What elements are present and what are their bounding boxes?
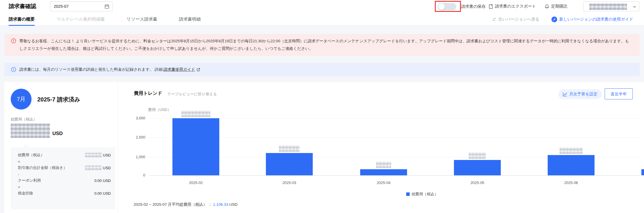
- info-icon: [11, 67, 16, 72]
- gridline: [149, 118, 641, 119]
- info-banner-text: 請求書には、毎月のリソース使用量の詳細と発生した料金が記録されます。 詳細:: [19, 63, 163, 76]
- invoice-summary-pane: 7月 2025-7 請求済み 総費用（税込） USD 総費用（税込） USD =…: [4, 82, 118, 213]
- invoice-guide-link[interactable]: 請求書使用ガイド: [163, 63, 195, 76]
- export-invoice-label: 請求書のエクスポート: [495, 4, 536, 9]
- total-currency: USD: [52, 131, 63, 136]
- switch-to-table-view-link[interactable]: テーブルビューに切り替える: [167, 92, 217, 97]
- x-tick-label: 2025-06: [564, 181, 578, 185]
- tabs: 請求書の概要 マルチレベル集約明細書 リソース請求書 請求書明細: [9, 13, 201, 26]
- tab-resource-invoice[interactable]: リソース請求書: [126, 13, 157, 26]
- y-tick-label: 2,000: [128, 135, 145, 140]
- masked-total-amount: [11, 123, 50, 138]
- bell-icon: [544, 4, 549, 9]
- tab-bar: 請求書の概要 マルチレベル集約明細書 リソース請求書 請求書明細 古いバージョン…: [0, 13, 644, 26]
- tab-invoice-detail[interactable]: 請求書明細: [179, 13, 201, 26]
- subscribe-button[interactable]: 定期購読: [544, 0, 567, 13]
- subscribe-label: 定期購読: [551, 4, 567, 9]
- total-cost-label: 総費用（税込）: [11, 117, 37, 122]
- trend-chart-icon: [563, 92, 567, 97]
- breakdown-operator: +: [18, 184, 111, 190]
- y-tick-label: 0: [128, 173, 145, 178]
- bar[interactable]: [266, 153, 313, 175]
- calendar-icon: [104, 4, 109, 9]
- switch-version-icon: [492, 17, 496, 22]
- y-axis-label: 費用（USD）: [148, 107, 171, 112]
- external-link-icon: [196, 68, 200, 72]
- legend-label: 総費用（税込）: [412, 192, 438, 197]
- x-tick: [289, 176, 290, 177]
- bar-2025-05: [454, 152, 501, 175]
- x-tick-label: 2025-03: [282, 181, 296, 185]
- bar[interactable]: [641, 169, 644, 175]
- breakdown-row: クーポン利用 0.00USD: [18, 178, 111, 183]
- gridline: [149, 137, 641, 138]
- invoice-summary-card: 7月 2025-7 請求済み 総費用（税込） USD 総費用（税込） USD =…: [4, 82, 644, 213]
- x-tick: [477, 176, 478, 177]
- masked-account-name: [589, 3, 627, 10]
- chevron-down-icon: [633, 5, 636, 9]
- x-tick: [384, 176, 384, 177]
- y-tick-label: 1,000: [128, 155, 145, 159]
- x-tick-label: 2025-04: [377, 181, 391, 185]
- bar[interactable]: [454, 160, 501, 175]
- toggle-knob: [438, 3, 445, 10]
- tab-invoice-overview[interactable]: 請求書の概要: [9, 13, 35, 26]
- breakdown-row: 総費用（税込） USD: [18, 152, 111, 158]
- save-invoice-toggle[interactable]: [438, 3, 456, 10]
- masked-bar-label: [469, 152, 486, 159]
- cost-trend-pane: 費用トレンド テーブルビューに切り替える 月次予算を設定 直近半年 費用（USD…: [118, 82, 644, 213]
- recent-half-year-button[interactable]: 直近半年: [605, 88, 633, 99]
- x-tick: [196, 176, 196, 177]
- month-picker[interactable]: [50, 1, 113, 11]
- masked-bar-label: [279, 145, 300, 152]
- warning-icon: [11, 38, 16, 43]
- monthly-average-text: 2025-02 ~ 2025-07 月平均総費用（税込） ： 1,106.33 …: [134, 202, 238, 207]
- legend-swatch: [406, 192, 410, 196]
- month-picker-input[interactable]: [50, 2, 97, 11]
- page-title: 請求書確認: [9, 0, 36, 13]
- x-tick: [571, 176, 571, 177]
- maintenance-notice-banner: 尊敬なるお客様、こんにちは！ より良いサービスを提供するために、料金センターは2…: [4, 34, 640, 56]
- account-dropdown[interactable]: [583, 1, 639, 11]
- bar-2025-02: [172, 111, 219, 175]
- x-tick-label: 2025-02: [189, 181, 203, 185]
- breakdown-row: 割引後の合計金額（税抜き） USD: [18, 165, 111, 171]
- compass-guide-icon: [551, 17, 557, 22]
- bar-2025-03: [266, 145, 313, 175]
- back-to-old-version-link[interactable]: 古いバージョンへ戻る: [492, 13, 539, 26]
- breakdown-operator: -: [18, 172, 111, 177]
- masked-bar-label: [560, 148, 583, 154]
- x-tick-label: 2025-05: [470, 181, 484, 185]
- bar[interactable]: [360, 169, 407, 175]
- legend-item[interactable]: 総費用（税込）: [406, 192, 438, 197]
- breakdown-operator: =: [18, 159, 111, 164]
- new-version-guide-link[interactable]: 新しいバージョンの請求書の使用ガイド: [551, 13, 633, 26]
- masked-value: [85, 153, 102, 157]
- tab-multilevel-statement[interactable]: マルチレベル集約明細書: [56, 13, 105, 26]
- bar-2025-07-clipped: [641, 169, 644, 175]
- masked-bar-label: [376, 162, 391, 168]
- cost-breakdown-panel: 総費用（税込） USD = 割引後の合計金額（税抜き） USD - クーポン利用…: [11, 147, 115, 209]
- x-axis-baseline: [149, 175, 641, 176]
- average-value: 1,106.33: [213, 202, 228, 207]
- export-invoice-button[interactable]: 請求書のエクスポート: [488, 0, 536, 13]
- masked-value: [85, 165, 102, 170]
- bar-2025-06: [548, 148, 595, 175]
- breakdown-row: 税金控除 0.00USD: [18, 190, 111, 196]
- bar[interactable]: [172, 118, 219, 175]
- info-banner: 請求書には、毎月のリソース使用量の詳細と発生した料金が記録されます。 詳細: 請…: [4, 63, 640, 76]
- invoice-status-title: 2025-7 請求済み: [37, 96, 80, 103]
- y-tick-label: 3,000: [128, 116, 145, 121]
- export-icon: [488, 4, 493, 9]
- save-invoice-label: 請求書の保存: [461, 0, 485, 13]
- month-badge: 7月: [11, 89, 32, 110]
- masked-bar-label: [181, 111, 210, 117]
- maintenance-notice-text: 尊敬なるお客様、こんにちは！ より良いサービスを提供するために、料金センターは2…: [19, 37, 631, 52]
- set-monthly-budget-button[interactable]: 月次予算を設定: [558, 89, 602, 99]
- top-bar: 請求書確認 請求書の保存 請求書のエクスポート 定期購読: [0, 0, 644, 13]
- bar-2025-04: [360, 162, 407, 175]
- chart-title: 費用トレンド: [134, 90, 162, 97]
- bar[interactable]: [548, 155, 595, 175]
